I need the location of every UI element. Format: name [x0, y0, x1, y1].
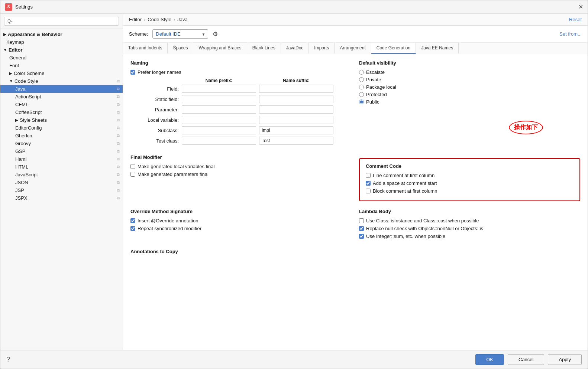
- copy-icon: ⧉: [117, 125, 120, 130]
- repeat-synchronized-row[interactable]: Repeat synchronized modifier: [130, 226, 352, 231]
- sidebar-item-editorconfig[interactable]: EditorConfig ⧉: [0, 124, 123, 132]
- sidebar-item-font[interactable]: Font: [0, 62, 123, 69]
- local-variable-prefix-input[interactable]: [182, 116, 256, 124]
- field-suffix-input[interactable]: [259, 85, 333, 93]
- line-comment-first-col-row[interactable]: Line comment at first column: [366, 173, 574, 178]
- sidebar-item-javascript[interactable]: JavaScript ⧉: [0, 171, 123, 179]
- sidebar-item-editor[interactable]: ▼ Editor: [0, 46, 123, 54]
- sidebar-item-label: JSP: [15, 187, 24, 193]
- sidebar-item-haml[interactable]: Haml ⧉: [0, 155, 123, 163]
- reset-button[interactable]: Reset: [569, 17, 582, 22]
- make-params-final-checkbox[interactable]: [130, 172, 135, 177]
- apply-button[interactable]: Apply: [548, 354, 582, 365]
- sidebar-item-gherkin[interactable]: Gherkin ⧉: [0, 132, 123, 140]
- sidebar-item-groovy[interactable]: Groovy ⧉: [0, 140, 123, 147]
- visibility-protected[interactable]: Protected: [359, 92, 580, 97]
- insert-override-row[interactable]: Insert @Override annotation: [130, 218, 352, 223]
- scheme-select[interactable]: Default IDE: [152, 29, 208, 39]
- scheme-gear-icon[interactable]: ⚙: [213, 30, 218, 37]
- sidebar-item-java[interactable]: Java ⧉: [0, 85, 123, 93]
- visibility-escalate[interactable]: Escalate: [359, 69, 580, 75]
- insert-override-checkbox[interactable]: [130, 218, 135, 223]
- tab-arrangement[interactable]: Arrangement: [335, 43, 371, 54]
- parameter-prefix-input[interactable]: [182, 105, 256, 114]
- field-prefix-input[interactable]: [182, 85, 256, 93]
- copy-icon: ⧉: [117, 149, 120, 154]
- sidebar-item-stylesheets[interactable]: ▶ Style Sheets ⧉: [0, 116, 123, 124]
- make-local-final-checkbox[interactable]: [130, 164, 135, 169]
- make-params-final-row[interactable]: Make generated parameters final: [130, 172, 352, 177]
- tab-imports[interactable]: Imports: [309, 43, 335, 54]
- sidebar-item-html[interactable]: HTML ⧉: [0, 163, 123, 171]
- line-comment-first-col-checkbox[interactable]: [366, 173, 371, 178]
- tab-javadoc[interactable]: JavaDoc: [281, 43, 309, 54]
- final-modifier-title: Final Modifier: [130, 154, 352, 160]
- lambda-body-section: Lambda Body Use Class::isInstance and Cl…: [359, 209, 580, 241]
- copy-icon: ⧉: [117, 110, 120, 115]
- visibility-public-radio[interactable]: [359, 99, 364, 104]
- sidebar-item-general[interactable]: General: [0, 54, 123, 62]
- sidebar-item-keymap[interactable]: Keymap: [0, 38, 123, 46]
- visibility-protected-radio[interactable]: [359, 92, 364, 97]
- use-integer-sum-checkbox[interactable]: [359, 234, 364, 239]
- breadcrumb-sep2: ›: [174, 17, 175, 22]
- subclass-suffix-input[interactable]: [259, 126, 333, 134]
- tab-wrapping-and-braces[interactable]: Wrapping and Braces: [193, 43, 247, 54]
- visibility-escalate-radio[interactable]: [359, 70, 364, 75]
- static-field-prefix-input[interactable]: [182, 95, 256, 103]
- parameter-suffix-input[interactable]: [259, 105, 333, 114]
- sidebar-item-label: ActionScript: [15, 94, 41, 99]
- tab-code-generation[interactable]: Code Generation: [371, 43, 416, 54]
- sidebar-item-coffeescript[interactable]: CoffeeScript ⧉: [0, 108, 123, 116]
- sidebar-item-code-style[interactable]: ▼ Code Style ⧉: [0, 77, 123, 85]
- copy-icon: ⧉: [117, 102, 120, 107]
- block-comment-first-col-checkbox[interactable]: [366, 189, 371, 193]
- subclass-prefix-input[interactable]: [182, 126, 256, 134]
- tab-blank-lines[interactable]: Blank Lines: [247, 43, 281, 54]
- sidebar-item-jspx[interactable]: JSPX ⧉: [0, 194, 123, 202]
- use-class-isinstance-row[interactable]: Use Class::isInstance and Class::cast wh…: [359, 218, 580, 223]
- make-local-final-row[interactable]: Make generated local variables final: [130, 164, 352, 169]
- parameter-row: Parameter:: [130, 105, 352, 114]
- sidebar-item-jsp[interactable]: JSP ⧉: [0, 186, 123, 194]
- lambda-body-title: Lambda Body: [359, 209, 580, 214]
- repeat-synchronized-checkbox[interactable]: [130, 226, 135, 231]
- tab-spaces[interactable]: Spaces: [168, 43, 193, 54]
- replace-null-check-checkbox[interactable]: [359, 226, 364, 231]
- visibility-private[interactable]: Private: [359, 77, 580, 82]
- test-class-prefix-input[interactable]: [182, 137, 256, 145]
- scheme-row: Scheme: Default IDE ⚙ Set from...: [123, 26, 588, 43]
- use-integer-sum-row[interactable]: Use Integer::sum, etc. when possible: [359, 234, 580, 239]
- visibility-public[interactable]: Public: [359, 99, 580, 105]
- sidebar-item-appearance[interactable]: ▶ Appearance & Behavior: [0, 30, 123, 38]
- help-icon[interactable]: ?: [6, 356, 10, 363]
- tab-java-ee-names[interactable]: Java EE Names: [416, 43, 459, 54]
- sidebar-item-actionscript[interactable]: ActionScript ⧉: [0, 93, 123, 101]
- block-comment-first-col-row[interactable]: Block comment at first column: [366, 188, 574, 194]
- visibility-private-radio[interactable]: [359, 77, 364, 82]
- close-button[interactable]: ✕: [578, 3, 583, 10]
- local-variable-suffix-input[interactable]: [259, 116, 333, 124]
- sidebar-item-cfml[interactable]: CFML ⧉: [0, 101, 123, 108]
- visibility-package-local[interactable]: Package local: [359, 84, 580, 90]
- sidebar-item-json[interactable]: JSON ⧉: [0, 179, 123, 186]
- set-from-button[interactable]: Set from...: [559, 31, 582, 37]
- tab-tabs-and-indents[interactable]: Tabs and Indents: [123, 43, 168, 54]
- ok-button[interactable]: OK: [475, 354, 504, 365]
- add-space-comment-start-checkbox[interactable]: [366, 181, 371, 186]
- copy-icon: ⧉: [117, 196, 120, 200]
- replace-null-check-row[interactable]: Replace null-check with Objects::nonNull…: [359, 226, 580, 231]
- sidebar-item-color-scheme[interactable]: ▶ Color Scheme: [0, 69, 123, 77]
- sidebar-item-label: CFML: [15, 102, 28, 107]
- prefer-longer-names-checkbox[interactable]: [130, 70, 135, 75]
- sidebar-item-gsp[interactable]: GSP ⧉: [0, 147, 123, 155]
- test-class-suffix-input[interactable]: [259, 137, 333, 145]
- cancel-button[interactable]: Cancel: [508, 354, 544, 365]
- add-space-comment-start-row[interactable]: Add a space at comment start: [366, 180, 574, 186]
- use-class-isinstance-checkbox[interactable]: [359, 218, 364, 223]
- search-input[interactable]: [4, 17, 119, 26]
- replace-null-check-label: Replace null-check with Objects::nonNull…: [366, 226, 483, 231]
- visibility-package-local-radio[interactable]: [359, 85, 364, 89]
- annotations-to-copy-section: Annotations to Copy: [130, 249, 580, 254]
- static-field-suffix-input[interactable]: [259, 95, 333, 103]
